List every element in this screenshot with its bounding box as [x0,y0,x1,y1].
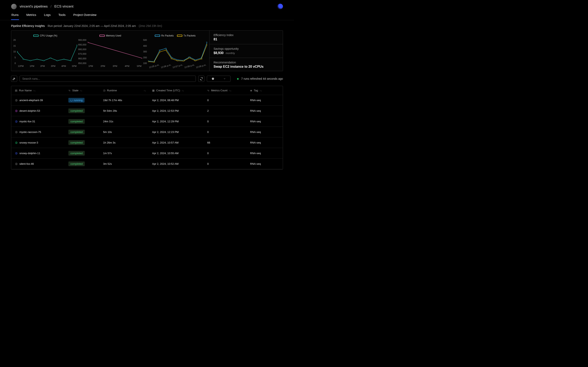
sort-icon[interactable]: ↑↓ [182,89,184,92]
svg-point-37 [15,120,17,122]
run-icon [15,152,18,155]
run-metrics: 0 [207,99,250,102]
run-name: ancient-elephant-39 [19,99,43,102]
col-state[interactable]: State [72,89,78,92]
refresh-button[interactable] [198,76,204,82]
sort-icon[interactable]: ↑↓ [80,89,82,92]
time-dropdown[interactable] [207,76,231,82]
refresh-status: 7 runs refreshed 44 seconds ago [241,77,283,80]
chart-2: Rx PacketsTx Packets50040030020010012:05… [143,34,207,67]
kpi-value: Swap EC2 instance to 20 vCPUs [214,65,279,68]
svg-point-6 [56,60,58,61]
run-name: mystic-raccoon-75 [19,131,41,133]
svg-point-10 [87,42,88,43]
tab-runs[interactable]: Runs [11,13,19,20]
breadcrumb-current[interactable]: ECS vincent [54,4,73,8]
col-name[interactable]: Run Name [19,89,32,92]
svg-point-9 [77,45,77,46]
state-badge: completed [68,119,85,124]
run-tag: RNA-seq [250,109,283,112]
table-row[interactable]: mystic-fox-31completed24m 31sApr 2, 2024… [11,116,283,127]
svg-point-29 [183,60,185,61]
svg-point-14 [159,50,161,50]
table-row[interactable]: ancient-elephant-39running19d 7h 17m 46s… [11,95,283,106]
svg-point-36 [15,110,17,112]
tab-project-overview[interactable]: Project Overview [73,13,97,20]
svg-point-38 [15,131,17,133]
table-row[interactable]: desert-dolphin-53completed5h 54m 29sApr … [11,106,283,116]
svg-point-24 [153,62,155,63]
run-created: Apr 2, 2024, 10:55 AM [152,152,207,155]
tab-logs[interactable]: Logs [43,13,51,20]
avatar[interactable] [11,4,17,9]
kpi-recommendation: Recommendation Swap EC2 instance to 20 v… [209,58,283,71]
status-indicator [237,78,239,80]
state-badge: completed [68,161,85,166]
sort-icon[interactable]: ↑↓ [229,89,231,92]
sort-icon[interactable]: ↑↓ [144,89,146,92]
table-row[interactable]: snowy-dolphin-11completed1m 57sApr 2, 20… [11,148,283,159]
kpi-value: 81 [214,38,279,41]
breadcrumb-root[interactable]: vincent's pipelines [20,4,48,8]
insights-title: Pipeline Efficiency Insights [11,24,45,27]
legend-item: Rx Packets [155,34,174,37]
profile-avatar[interactable] [277,4,283,9]
insights-period: Run period: January 22nd 2024, 2:05 am —… [48,24,136,27]
run-tag: RNA-seq [250,141,283,144]
col-metrics[interactable]: Metrics Count [211,89,227,92]
run-runtime: 5h 54m 29s [103,109,152,112]
table-header: ▤Run Name↑↓ ∿State↑↓ ◷Runtime↑↓ ▦Created… [11,86,283,95]
col-runtime[interactable]: Runtime [107,89,117,92]
state-badge: completed [68,130,85,134]
activity-icon: ∿ [207,89,209,92]
run-icon [15,162,18,165]
svg-point-32 [200,59,202,59]
sort-icon[interactable]: ↑↓ [260,89,262,92]
run-metrics: 2 [207,109,250,112]
tools-icon-button[interactable] [11,76,17,82]
tab-metrics[interactable]: Metrics [26,13,36,20]
state-badge: completed [68,140,85,145]
svg-point-3 [36,59,38,60]
svg-point-8 [70,60,72,61]
col-tag[interactable]: Tag [254,89,258,92]
sort-icon[interactable]: ↑↓ [33,89,35,92]
table-row[interactable]: mystic-raccoon-75completed5m 10sApr 2, 2… [11,127,283,137]
kpi-label: Recommendation [214,61,279,64]
svg-point-1 [23,59,25,60]
calendar-icon: ▦ [152,89,155,92]
run-created: Apr 2, 2024, 12:29 PM [152,120,207,123]
run-created: Apr 2, 2024, 12:53 PM [152,109,207,112]
run-tag: RNA-seq [250,120,283,123]
chart-1: Memory Used900,000890,000880,000870,0008… [78,34,142,67]
svg-point-2 [30,60,31,61]
run-metrics: 66 [207,141,250,144]
run-name: mystic-fox-31 [19,120,35,123]
search-input[interactable] [20,76,196,82]
insights-duration: (2mo 29d 23h 0m) [139,24,162,27]
run-icon [15,120,18,123]
run-name: snowy-dolphin-11 [19,152,40,155]
run-name: snowy-moose-3 [19,141,38,144]
run-metrics: 0 [207,131,250,133]
svg-point-5 [50,58,52,58]
col-created[interactable]: Created Time (UTC) [156,89,180,92]
svg-point-31 [195,60,196,61]
run-created: Apr 2, 2024, 12:23 PM [152,131,207,133]
runs-table: ▤Run Name↑↓ ∿State↑↓ ◷Runtime↑↓ ▦Created… [11,86,283,169]
tab-tools[interactable]: Tools [58,13,66,20]
file-icon: ▤ [15,89,17,92]
run-created: Apr 2, 2024, 10:52 AM [152,162,207,165]
svg-point-17 [177,59,179,60]
state-badge: completed [68,151,85,156]
kpi-value: $8,930 [214,51,224,55]
svg-point-25 [159,52,161,52]
run-runtime: 24m 31s [103,120,152,123]
run-name: desert-dolphin-53 [19,109,40,112]
run-tag: RNA-seq [250,152,283,155]
kpi-label: Savings opportunity [214,47,279,50]
breadcrumb: vincent's pipelines / ECS vincent [11,4,73,9]
table-row[interactable]: silent-fox-46completed3m 52sApr 2, 2024,… [11,159,283,169]
svg-point-20 [195,59,196,60]
table-row[interactable]: snowy-moose-3completed1h 26m 3sApr 2, 20… [11,137,283,148]
